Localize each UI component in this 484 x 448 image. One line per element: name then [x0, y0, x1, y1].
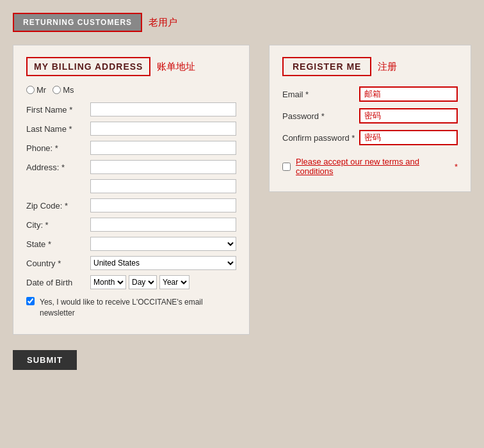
- country-label: Country *: [26, 259, 90, 268]
- first-name-row: First Name *: [26, 102, 236, 116]
- mr-radio[interactable]: [26, 86, 35, 94]
- mr-radio-label[interactable]: Mr: [26, 85, 46, 95]
- submit-button[interactable]: SUBMIT: [13, 350, 77, 370]
- last-name-input[interactable]: [90, 122, 236, 136]
- newsletter-checkbox[interactable]: [26, 297, 35, 305]
- dob-group: Month Day Year: [90, 275, 190, 289]
- password-chinese-text: 密码: [364, 110, 381, 122]
- dob-row: Date of Birth Month Day Year: [26, 275, 236, 289]
- address-row1: Address: *: [26, 160, 236, 174]
- state-select[interactable]: [90, 237, 236, 251]
- terms-row: Please accept our new terms and conditio…: [282, 157, 458, 176]
- email-row: Email * 邮箱: [282, 86, 458, 102]
- password-chinese-placeholder: 密码: [359, 108, 458, 124]
- phone-label: Phone: *: [26, 143, 90, 153]
- billing-title-row: MY BILLING ADDRESS 账单地址: [26, 57, 236, 76]
- email-chinese-text: 邮箱: [364, 88, 381, 100]
- zip-input[interactable]: [90, 198, 236, 212]
- mr-label: Mr: [36, 85, 46, 95]
- register-panel: REGISTER ME 注册 Email * 邮箱 Password * 密码 …: [269, 45, 471, 192]
- confirm-chinese-placeholder: 密码: [359, 130, 458, 145]
- dob-day-select[interactable]: Day: [129, 275, 157, 289]
- billing-panel: MY BILLING ADDRESS 账单地址 Mr Ms First Name…: [13, 45, 250, 335]
- returning-tab-chinese: 老用户: [149, 17, 177, 29]
- last-name-label: Last Name *: [26, 124, 90, 134]
- address-label: Address: *: [26, 163, 90, 172]
- phone-row: Phone: *: [26, 141, 236, 155]
- address-input-2[interactable]: [90, 179, 236, 193]
- country-select[interactable]: United States: [90, 256, 236, 270]
- terms-asterisk: *: [455, 162, 458, 172]
- zip-row: Zip Code: *: [26, 198, 236, 212]
- newsletter-text: Yes, I would like to receive L'OCCITANE'…: [40, 297, 236, 319]
- last-name-row: Last Name *: [26, 122, 236, 136]
- state-label: State *: [26, 239, 90, 249]
- confirm-password-row: Confirm password * 密码: [282, 130, 458, 145]
- confirm-chinese-text: 密码: [364, 132, 381, 143]
- first-name-label: First Name *: [26, 105, 90, 115]
- dob-label: Date of Birth: [26, 278, 90, 287]
- city-input[interactable]: [90, 218, 236, 232]
- city-row: City: *: [26, 218, 236, 232]
- main-layout: MY BILLING ADDRESS 账单地址 Mr Ms First Name…: [13, 45, 471, 335]
- state-row: State *: [26, 237, 236, 251]
- register-title-chinese: 注册: [378, 61, 397, 73]
- terms-link[interactable]: Please accept our new terms and conditio…: [296, 157, 449, 176]
- address-input-1[interactable]: [90, 160, 236, 174]
- dob-month-select[interactable]: Month: [90, 275, 126, 289]
- ms-radio[interactable]: [52, 86, 61, 94]
- first-name-input[interactable]: [90, 102, 236, 116]
- newsletter-row: Yes, I would like to receive L'OCCITANE'…: [26, 297, 236, 319]
- city-label: City: *: [26, 220, 90, 230]
- register-title-row: REGISTER ME 注册: [282, 57, 458, 76]
- phone-input[interactable]: [90, 141, 236, 155]
- register-title-box[interactable]: REGISTER ME: [282, 57, 371, 76]
- salutation-group: Mr Ms: [26, 85, 236, 95]
- returning-customers-tab[interactable]: RETURNING CUSTOMERS: [13, 13, 142, 32]
- email-chinese-placeholder: 邮箱: [359, 86, 458, 102]
- billing-title-text: MY BILLING ADDRESS: [34, 61, 143, 72]
- zip-label: Zip Code: *: [26, 201, 90, 211]
- password-label: Password *: [282, 111, 359, 121]
- address-row2: [26, 179, 236, 193]
- returning-tab-label: RETURNING CUSTOMERS: [23, 18, 132, 27]
- country-row: Country * United States: [26, 256, 236, 270]
- dob-year-select[interactable]: Year: [159, 275, 190, 289]
- terms-checkbox[interactable]: [282, 163, 291, 171]
- register-title-text: REGISTER ME: [293, 61, 361, 72]
- top-tabs: RETURNING CUSTOMERS 老用户: [13, 13, 471, 32]
- password-row: Password * 密码: [282, 108, 458, 124]
- email-label: Email *: [282, 90, 359, 99]
- submit-area: SUBMIT: [13, 350, 471, 370]
- confirm-label: Confirm password *: [282, 133, 359, 143]
- ms-radio-label[interactable]: Ms: [52, 85, 74, 95]
- billing-title-box: MY BILLING ADDRESS: [26, 57, 150, 76]
- billing-title-chinese: 账单地址: [157, 61, 195, 73]
- ms-label: Ms: [63, 85, 74, 95]
